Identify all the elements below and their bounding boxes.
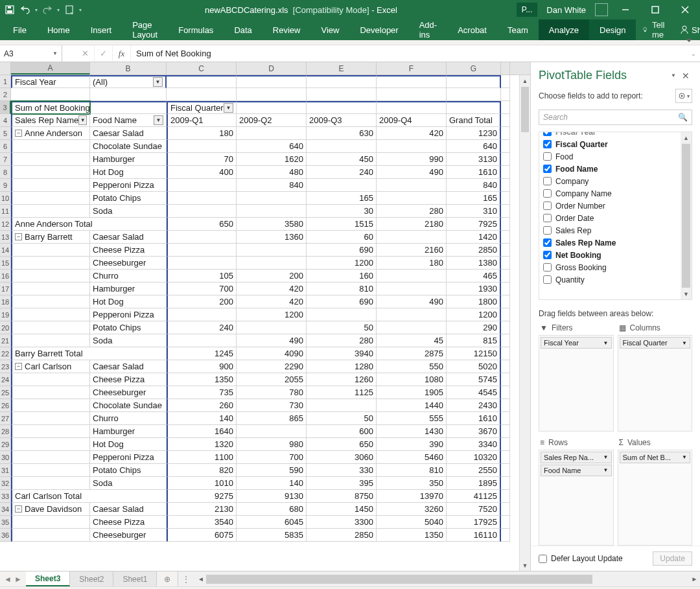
update-button[interactable]: Update [653,551,692,566]
sheet-nav[interactable]: ◄► [0,572,26,586]
vertical-scrollbar[interactable]: ▲ ▼ [519,75,530,571]
pivot-value[interactable] [377,179,447,192]
pivot-row-label[interactable] [11,386,90,399]
area-pill[interactable]: Sum of Net B...▼ [620,452,691,463]
cell[interactable] [447,75,501,88]
row-header[interactable]: 3 [0,101,11,114]
pivot-value[interactable]: 180 [167,127,237,140]
row-header[interactable]: 5 [0,127,11,140]
pivot-value[interactable]: 5745 [447,373,501,386]
pivot-value[interactable]: 810 [377,464,447,477]
pivot-value[interactable]: 4090 [237,347,307,360]
collapse-icon[interactable]: − [15,233,22,240]
pivot-value[interactable]: 2875 [377,347,447,360]
row-header[interactable]: 31 [0,464,11,477]
pivot-row-label[interactable]: Caesar Salad [90,231,167,244]
cell[interactable] [237,88,307,101]
field-checkbox[interactable] [543,226,552,235]
pivot-value[interactable]: 2430 [447,399,501,412]
chevron-down-icon[interactable]: ▼ [52,51,58,56]
pivot-value[interactable]: 395 [307,477,377,490]
pivot-value[interactable]: 1905 [377,386,447,399]
pivot-row-field-label[interactable]: Sales Rep Name▼ [11,114,90,127]
row-header[interactable]: 30 [0,451,11,464]
cell[interactable] [501,490,510,503]
pivot-value[interactable]: 1420 [447,231,501,244]
pivot-value[interactable]: 900 [167,360,237,373]
cell[interactable] [501,295,510,308]
cell[interactable] [501,503,510,516]
pivot-value[interactable]: 165 [307,192,377,205]
pivot-value[interactable]: 550 [377,360,447,373]
pivot-row-label[interactable]: Chocolate Sundae [90,399,167,412]
ribbon-tab-review[interactable]: Review [262,19,311,40]
pivot-row-label[interactable]: Caesar Salad [90,127,167,140]
pivot-value[interactable]: 465 [447,270,501,283]
pivot-value[interactable]: 70 [167,153,237,166]
col-header-A[interactable]: A [11,62,90,75]
row-header[interactable]: 36 [0,529,11,542]
pivot-value[interactable] [377,140,447,153]
row-header[interactable]: 6 [0,140,11,153]
minimize-button[interactable] [611,0,640,19]
pivot-value[interactable]: 2550 [447,464,501,477]
row-header[interactable]: 28 [0,425,11,438]
col-header-C[interactable]: C [167,62,237,75]
pivot-value[interactable] [167,179,237,192]
row-header[interactable]: 32 [0,477,11,490]
filter-dropdown-icon[interactable]: ▼ [224,103,233,113]
pivot-value[interactable] [377,321,447,334]
pivot-row-label[interactable]: Hamburger [90,425,167,438]
pivot-value[interactable] [307,179,377,192]
maximize-button[interactable] [640,0,670,19]
qat-dropdown2-icon[interactable]: ▾ [57,7,60,13]
filters-area[interactable]: ▼Filters Fiscal Year▼ [539,321,614,432]
pivot-value[interactable]: 810 [307,283,377,295]
cell[interactable] [501,464,510,477]
cell[interactable] [237,75,307,88]
pivot-value[interactable]: 60 [307,231,377,244]
pivot-value[interactable]: 1620 [237,153,307,166]
pivot-value[interactable]: 1200 [307,257,377,270]
pivot-value[interactable]: 630 [307,127,377,140]
pivot-row-label[interactable]: −Barry Barrett [11,231,90,244]
pivot-value[interactable] [167,231,237,244]
field-checkbox[interactable] [543,152,552,161]
pivot-value[interactable]: 165 [447,192,501,205]
ribbon-tab-file[interactable]: File [3,19,37,40]
pivot-value[interactable]: 480 [237,166,307,179]
pivot-row-label[interactable] [11,399,90,412]
expand-formula-bar-icon[interactable]: ⌄ [687,45,700,62]
pivot-value[interactable]: 8750 [307,490,377,503]
row-header[interactable]: 13 [0,231,11,244]
pivot-value[interactable]: 2130 [167,503,237,516]
pivot-value[interactable]: 17925 [447,516,501,529]
pivot-value[interactable]: 7520 [447,503,501,516]
field-checkbox[interactable] [543,165,552,173]
pivot-value[interactable] [167,244,237,257]
pivot-row-label[interactable] [11,477,90,490]
pivot-value[interactable] [167,205,237,218]
pivot-value[interactable]: 1245 [167,347,237,360]
cell[interactable] [501,438,510,451]
pivot-value[interactable]: 5835 [237,529,307,542]
cell[interactable] [501,244,510,257]
cell[interactable] [501,270,510,283]
row-header[interactable]: 34 [0,503,11,516]
area-pill[interactable]: Fiscal Year▼ [541,337,612,349]
cell[interactable] [501,412,510,425]
pivot-col-field-label[interactable]: Fiscal Quarter▼ [167,101,237,114]
pivot-row-label[interactable] [11,308,90,321]
row-header[interactable]: 19 [0,308,11,321]
pivot-row-label[interactable]: Soda [90,205,167,218]
cell[interactable] [501,205,510,218]
pivot-value[interactable]: 730 [237,399,307,412]
cell[interactable] [501,140,510,153]
pivot-value[interactable]: 690 [307,295,377,308]
save-icon[interactable] [4,4,16,16]
accept-formula-icon[interactable]: ✓ [95,45,113,62]
pivot-row-label[interactable]: Hamburger [90,153,167,166]
new-sheet-button[interactable]: ⊕ [157,572,178,586]
pivot-value[interactable]: 160 [307,270,377,283]
collapse-icon[interactable]: − [15,130,22,137]
